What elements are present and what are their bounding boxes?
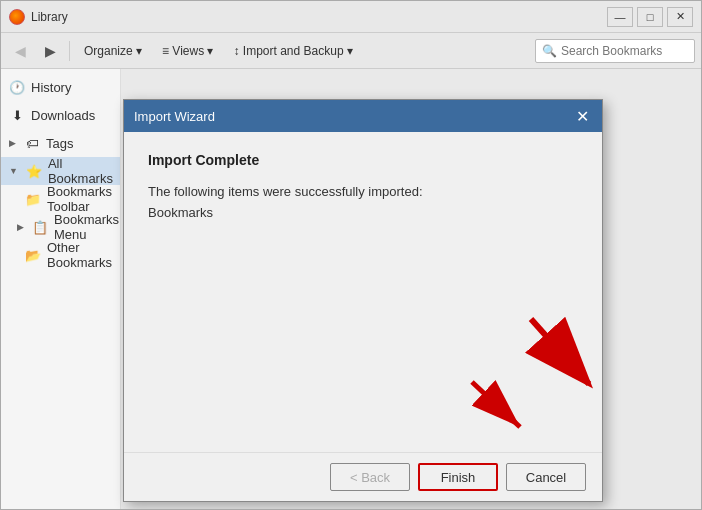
modal-footer: < Back Finish Cancel bbox=[124, 452, 602, 501]
back-button[interactable]: ◀ bbox=[7, 38, 33, 64]
sidebar-label-other-bookmarks: Other Bookmarks bbox=[47, 240, 112, 270]
modal-heading: Import Complete bbox=[148, 152, 578, 168]
sidebar-label-bookmarks-menu: Bookmarks Menu bbox=[54, 212, 119, 242]
main-window: Library — □ ✕ ◀ ▶ Organize ▾ ≡ Views ▾ ↕… bbox=[0, 0, 702, 510]
sidebar-label-tags: Tags bbox=[46, 136, 73, 151]
main-area: Import Wizard ✕ Import Complete The foll… bbox=[121, 69, 701, 509]
cancel-button[interactable]: Cancel bbox=[506, 463, 586, 491]
bookmarks-toolbar-icon: 📁 bbox=[25, 191, 41, 207]
content-area: 🕐 History ⬇ Downloads ▶ 🏷 Tags ▼ ⭐ All B… bbox=[1, 69, 701, 509]
all-bookmarks-icon: ⭐ bbox=[26, 163, 42, 179]
search-box: 🔍 bbox=[535, 39, 695, 63]
sidebar-item-history[interactable]: 🕐 History bbox=[1, 73, 120, 101]
modal-close-button[interactable]: ✕ bbox=[572, 106, 592, 126]
window-controls: — □ ✕ bbox=[607, 7, 693, 27]
all-bookmarks-chevron: ▼ bbox=[9, 166, 18, 176]
back-button[interactable]: < Back bbox=[330, 463, 410, 491]
sidebar-item-downloads[interactable]: ⬇ Downloads bbox=[1, 101, 120, 129]
import-wizard-dialog: Import Wizard ✕ Import Complete The foll… bbox=[123, 99, 603, 502]
history-icon: 🕐 bbox=[9, 79, 25, 95]
sidebar-item-all-bookmarks[interactable]: ▼ ⭐ All Bookmarks bbox=[1, 157, 120, 185]
sidebar-label-history: History bbox=[31, 80, 71, 95]
modal-body-text: The following items were successfully im… bbox=[148, 184, 578, 199]
sidebar: 🕐 History ⬇ Downloads ▶ 🏷 Tags ▼ ⭐ All B… bbox=[1, 69, 121, 509]
bookmarks-menu-chevron: ▶ bbox=[17, 222, 24, 232]
window-close-button[interactable]: ✕ bbox=[667, 7, 693, 27]
organize-button[interactable]: Organize ▾ bbox=[76, 38, 150, 64]
sidebar-item-bookmarks-toolbar[interactable]: 📁 Bookmarks Toolbar bbox=[1, 185, 120, 213]
views-button[interactable]: ≡ Views ▾ bbox=[154, 38, 221, 64]
tags-icon: 🏷 bbox=[24, 135, 40, 151]
sidebar-label-all-bookmarks: All Bookmarks bbox=[48, 156, 113, 186]
sidebar-item-bookmarks-menu[interactable]: ▶ 📋 Bookmarks Menu bbox=[1, 213, 120, 241]
toolbar: ◀ ▶ Organize ▾ ≡ Views ▾ ↕ Import and Ba… bbox=[1, 33, 701, 69]
downloads-icon: ⬇ bbox=[9, 107, 25, 123]
app-icon bbox=[9, 9, 25, 25]
window-title: Library bbox=[31, 10, 607, 24]
sidebar-item-tags[interactable]: ▶ 🏷 Tags bbox=[1, 129, 120, 157]
modal-title: Import Wizard bbox=[134, 109, 572, 124]
modal-title-bar: Import Wizard ✕ bbox=[124, 100, 602, 132]
minimize-button[interactable]: — bbox=[607, 7, 633, 27]
tags-chevron: ▶ bbox=[9, 138, 16, 148]
other-bookmarks-icon: 📂 bbox=[25, 247, 41, 263]
modal-imported-item: Bookmarks bbox=[148, 205, 578, 220]
forward-button[interactable]: ▶ bbox=[37, 38, 63, 64]
sidebar-item-other-bookmarks[interactable]: 📂 Other Bookmarks bbox=[1, 241, 120, 269]
maximize-button[interactable]: □ bbox=[637, 7, 663, 27]
sidebar-label-bookmarks-toolbar: Bookmarks Toolbar bbox=[47, 184, 112, 214]
search-input[interactable] bbox=[561, 44, 688, 58]
search-icon: 🔍 bbox=[542, 44, 557, 58]
toolbar-separator bbox=[69, 41, 70, 61]
finish-button[interactable]: Finish bbox=[418, 463, 498, 491]
title-bar: Library — □ ✕ bbox=[1, 1, 701, 33]
sidebar-label-downloads: Downloads bbox=[31, 108, 95, 123]
import-backup-button[interactable]: ↕ Import and Backup ▾ bbox=[226, 38, 361, 64]
bookmarks-menu-icon: 📋 bbox=[32, 219, 48, 235]
modal-content: Import Complete The following items were… bbox=[124, 132, 602, 452]
